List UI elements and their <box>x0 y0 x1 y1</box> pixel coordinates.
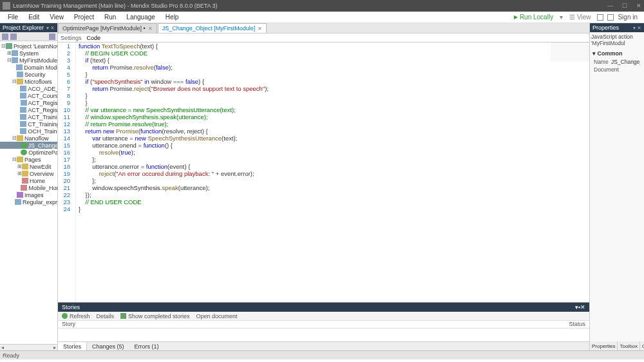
tree-node[interactable]: Regular_expression_ <box>0 198 57 205</box>
menu-run[interactable]: Run <box>99 14 121 21</box>
refresh-button[interactable]: Refresh <box>62 313 90 319</box>
panel-close-icon[interactable]: ✕ <box>50 25 55 31</box>
expand-icon[interactable]: ⊟ <box>1 43 6 49</box>
collapse-icon[interactable] <box>2 33 8 40</box>
code-line[interactable]: var utterance = new SpeechSynthesisUtter… <box>79 135 589 142</box>
code-line[interactable]: }); <box>79 191 589 198</box>
code-line[interactable]: reject("An error occured during playback… <box>79 170 589 177</box>
code-line[interactable]: resolve(true); <box>79 149 589 156</box>
code-line[interactable]: if ("speechSynthesis" in window === fals… <box>79 78 589 85</box>
code-line[interactable]: } <box>79 99 589 106</box>
code-line[interactable]: // window.speechSynthesis.speak(utteranc… <box>79 113 589 120</box>
code-line[interactable]: // END USER CODE <box>79 198 589 205</box>
filter-icon[interactable] <box>49 33 55 40</box>
menu-edit[interactable]: Edit <box>23 14 44 21</box>
tree-node[interactable]: ⊟Project 'LearnNow Trainin <box>0 43 57 50</box>
tree-node[interactable]: Domain Model <box>0 64 57 71</box>
editor-tab[interactable]: OptimizePage [MyFirstModule] •✕ <box>58 23 157 33</box>
code-line[interactable]: } <box>79 71 589 78</box>
subtab-settings[interactable]: Settings <box>61 35 82 41</box>
pin-icon[interactable]: ▾ <box>46 25 49 31</box>
tree-node[interactable]: ⊞NewEdit <box>0 163 57 170</box>
code-line[interactable]: } <box>79 205 589 213</box>
tree-node[interactable]: Mobile_Home <box>0 184 57 191</box>
bottom-tab[interactable]: Changes (5) <box>87 342 129 351</box>
code-line[interactable]: function TextToSpeech(text) { <box>79 43 589 50</box>
expand-icon[interactable]: ⊟ <box>12 157 17 162</box>
tree-node[interactable]: JS_Change_Obj <box>0 142 57 149</box>
code-line[interactable]: } <box>79 92 589 99</box>
minimap[interactable] <box>551 43 589 62</box>
code-line[interactable]: // return Promise.resolve(true); <box>79 120 589 128</box>
tree-node[interactable]: ACT_Course_Sch <box>0 92 57 99</box>
tree-node[interactable]: Security <box>0 71 57 78</box>
bottom-tab[interactable]: Stories <box>58 342 87 351</box>
tree-node[interactable]: ⊟MyFirstModule <box>0 57 57 64</box>
code-line[interactable]: if (!text) { <box>79 57 589 64</box>
subtab-code[interactable]: Code <box>87 35 101 41</box>
code-line[interactable]: // var utterance = new SpeechSynthesisUt… <box>79 106 589 113</box>
code-line[interactable]: window.speechSynthesis.speak(utterance); <box>79 184 589 191</box>
tree-node[interactable]: ACT_Registratio <box>0 99 57 106</box>
view-button[interactable]: ☰ View <box>569 14 591 21</box>
expand-icon[interactable]: ⊞ <box>6 50 12 56</box>
right-tab[interactable]: Properties <box>590 341 618 350</box>
maximize-button[interactable]: ☐ <box>622 3 627 9</box>
menu-project[interactable]: Project <box>69 14 99 21</box>
right-tab[interactable]: Connector <box>640 341 644 350</box>
code-body[interactable]: function TextToSpeech(text) { // BEGIN U… <box>76 43 589 302</box>
menu-file[interactable]: File <box>3 14 23 21</box>
tree-node[interactable]: CT_TrainingEven <box>0 120 57 128</box>
menu-language[interactable]: Language <box>121 14 160 21</box>
editor-tab[interactable]: JS_Change_Object [MyFirstModule]✕ <box>158 23 267 33</box>
expand-icon[interactable]: ⊟ <box>6 57 12 63</box>
stories-close-icon[interactable]: ✕ <box>580 304 585 310</box>
code-line[interactable]: }; <box>79 177 589 184</box>
property-row[interactable]: Document <box>591 66 643 73</box>
tree-node[interactable]: ⊞Overview <box>0 170 57 177</box>
tree-node[interactable]: ⊟Microflows <box>0 78 57 85</box>
code-editor[interactable]: 123456789101112131415161718192021222324 … <box>58 43 589 302</box>
code-line[interactable]: // BEGIN USER CODE <box>79 50 589 57</box>
tree-node[interactable]: ACO_ADE_Regis <box>0 85 57 92</box>
run-dropdown-icon[interactable]: ▾ <box>560 14 563 21</box>
explorer-scrollbar[interactable]: ◂▸ <box>0 344 57 350</box>
code-line[interactable]: return new Promise(function(resolve, rej… <box>79 128 589 135</box>
expand-icon[interactable]: ⊟ <box>12 135 17 141</box>
property-row[interactable]: NameJS_Change_Obje <box>591 58 643 66</box>
prop-close-icon[interactable]: ✕ <box>637 25 641 31</box>
tree-node[interactable]: ⊟Nanoflow <box>0 135 57 142</box>
expand-icon[interactable]: ⊞ <box>17 164 22 169</box>
menu-help[interactable]: Help <box>160 14 184 21</box>
bottom-tab[interactable]: Errors (1) <box>129 342 164 351</box>
right-tab[interactable]: Toolbox <box>618 341 640 350</box>
expand-icon[interactable]: ⊞ <box>17 171 22 176</box>
tab-close-icon[interactable]: ✕ <box>148 26 153 32</box>
code-line[interactable]: return Promise.reject("Browser does not … <box>79 85 589 92</box>
show-completed-toggle[interactable]: Show completed stories <box>120 313 190 319</box>
run-locally-button[interactable]: Run Locally <box>514 14 553 21</box>
explorer-tree[interactable]: ⊟Project 'LearnNow Trainin⊞System⊟MyFirs… <box>0 41 57 344</box>
menu-view[interactable]: View <box>44 14 69 21</box>
signin-area[interactable]: Sign in <box>597 14 638 21</box>
tree-node[interactable]: ⊟Pages <box>0 156 57 163</box>
close-button[interactable]: ✕ <box>636 3 641 9</box>
code-line[interactable]: utterance.onerror = function(event) { <box>79 163 589 170</box>
code-line[interactable]: return Promise.resolve(false); <box>79 64 589 71</box>
tab-close-icon[interactable]: ✕ <box>258 26 262 32</box>
tree-node[interactable]: ACT_TrainingEve <box>0 113 57 120</box>
minimize-button[interactable]: — <box>607 3 613 9</box>
tree-node[interactable]: Images <box>0 191 57 198</box>
expand-icon[interactable]: ⊟ <box>12 79 17 84</box>
prop-pin-icon[interactable]: ▾ <box>633 25 636 31</box>
tree-node[interactable]: Home <box>0 177 57 184</box>
code-line[interactable]: }; <box>79 156 589 163</box>
tree-node[interactable]: ⊞System <box>0 50 57 57</box>
code-line[interactable]: utterance.onend = function() { <box>79 142 589 149</box>
properties-section[interactable]: ▾ Common <box>591 49 643 58</box>
tree-node[interactable]: OptimizePage <box>0 149 57 156</box>
tree-node[interactable]: OCH_TrainingEv <box>0 128 57 135</box>
open-document-button[interactable]: Open document <box>196 313 238 319</box>
details-button[interactable]: Details <box>97 313 115 319</box>
tree-node[interactable]: ACT_Registration <box>0 106 57 113</box>
